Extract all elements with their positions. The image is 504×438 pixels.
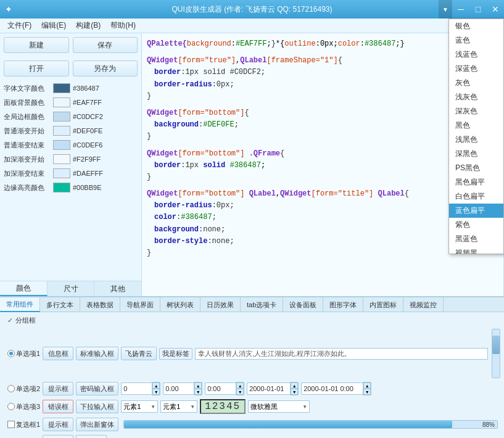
spin-buttons-4[interactable]: ▲ ▼: [290, 382, 299, 395]
color-value-2[interactable]: #C0DCF2: [73, 113, 103, 120]
font-combo[interactable]: 微软雅黑 ▼: [248, 400, 310, 413]
date-btn[interactable]: 日期框: [43, 435, 73, 438]
component-tab-8[interactable]: 图形字体: [323, 297, 363, 312]
popup-btn[interactable]: 弹出新窗体: [76, 418, 118, 431]
spin-input-4[interactable]: ▲ ▼: [247, 382, 299, 395]
color-swatch-7[interactable]: [53, 183, 70, 192]
datetime-field[interactable]: [301, 382, 363, 395]
spin-down-4[interactable]: ▼: [291, 389, 298, 395]
menu-help[interactable]: 帮助(H): [105, 19, 141, 32]
spin-field-1[interactable]: [121, 382, 152, 395]
error-btn[interactable]: 错误框: [43, 400, 73, 413]
hint-btn[interactable]: 提示框: [43, 382, 73, 395]
component-tab-4[interactable]: 树状列表: [160, 297, 200, 312]
menu-file[interactable]: 文件(F): [2, 19, 36, 32]
component-tab-1[interactable]: 多行文本: [40, 297, 80, 312]
scrollbar-v[interactable]: [492, 329, 500, 378]
spin-buttons-2[interactable]: ▲ ▼: [194, 382, 202, 395]
color-swatch-1[interactable]: [53, 97, 70, 107]
std-input-btn[interactable]: 标准输入框: [76, 347, 118, 360]
new-button[interactable]: 新建: [4, 37, 69, 53]
component-tab-5[interactable]: 日历效果: [200, 297, 241, 312]
dropdown-input-btn[interactable]: 下拉输入框: [76, 400, 118, 413]
hint2-btn[interactable]: 提示框: [43, 418, 73, 431]
spin-up-5[interactable]: ▲: [363, 382, 371, 389]
menu-build[interactable]: 构建(B): [71, 19, 105, 32]
color-swatch-0[interactable]: [53, 83, 70, 93]
color-value-6[interactable]: #DAEFFF: [73, 170, 103, 177]
component-tab-2[interactable]: 表格数据: [80, 297, 120, 312]
color-swatch-5[interactable]: [53, 154, 70, 164]
spin-input-1[interactable]: ▲ ▼: [121, 382, 160, 395]
spin-buttons-3[interactable]: ▲ ▼: [236, 382, 244, 395]
tab-color[interactable]: 颜色: [0, 281, 48, 296]
dropdown-item-15[interactable]: 黑蓝色: [449, 232, 503, 246]
spin-input-2[interactable]: ▲ ▼: [163, 382, 202, 395]
dropdown-item-13[interactable]: 蓝色扁平: [449, 204, 503, 218]
dropdown-item-2[interactable]: 浅蓝色: [449, 48, 503, 62]
color-value-1[interactable]: #EAF7FF: [73, 99, 102, 106]
info-btn[interactable]: 信息框: [43, 347, 73, 360]
dropdown-item-8[interactable]: 浅黑色: [449, 133, 503, 147]
spin-up-1[interactable]: ▲: [152, 382, 160, 389]
color-value-7[interactable]: #00BB9E: [73, 184, 101, 191]
checkbox-1[interactable]: 复选框1: [7, 420, 40, 429]
tab-other[interactable]: 其他: [94, 281, 141, 296]
component-tab-3[interactable]: 导航界面: [120, 297, 160, 312]
radio-3[interactable]: 单选项3: [7, 402, 40, 411]
spin-buttons-5[interactable]: ▲ ▼: [363, 382, 371, 395]
pwd-btn[interactable]: 密码输入框: [76, 382, 118, 395]
spin-up-4[interactable]: ▲: [291, 382, 298, 389]
save-as-button[interactable]: 另存为: [73, 60, 138, 76]
spin-input-5[interactable]: ▲ ▼: [301, 382, 371, 395]
dropdown-item-10[interactable]: PS黑色: [449, 161, 503, 175]
dropdown-item-3[interactable]: 深蓝色: [449, 62, 503, 76]
combo-2[interactable]: 元素1 ▼: [160, 400, 197, 413]
close-button[interactable]: ✕: [487, 0, 504, 19]
dropdown-item-4[interactable]: 灰色: [449, 76, 503, 90]
spin-down-1[interactable]: ▼: [152, 389, 160, 395]
dropdown-item-16[interactable]: 视频黑: [449, 246, 503, 254]
dropdown-item-5[interactable]: 浅灰色: [449, 90, 503, 104]
dropdown-item-1[interactable]: 蓝色: [449, 33, 503, 48]
spin-down-2[interactable]: ▼: [194, 389, 202, 395]
spin-field-3[interactable]: [205, 382, 236, 395]
radio-1[interactable]: 单选项1: [7, 349, 40, 358]
author-btn[interactable]: 飞扬青云: [121, 347, 157, 360]
spin-buttons-1[interactable]: ▲ ▼: [152, 382, 160, 395]
spin-input-3[interactable]: ▲ ▼: [205, 382, 244, 395]
color-swatch-3[interactable]: [53, 126, 70, 136]
dropdown-list[interactable]: 银色蓝色浅蓝色深蓝色灰色浅灰色深灰色黑色浅黑色深黑色PS黑色黑色扁平白色扁平蓝色…: [449, 19, 503, 254]
dropdown-item-12[interactable]: 白色扁平: [449, 189, 503, 204]
theme-dropdown-button[interactable]: ▼: [439, 0, 452, 19]
component-tab-10[interactable]: 视频监控: [403, 297, 444, 312]
component-tab-7[interactable]: 设备面板: [283, 297, 323, 312]
color-swatch-2[interactable]: [53, 112, 70, 122]
dropdown-item-11[interactable]: 黑色扁平: [449, 175, 503, 189]
dropdown-item-6[interactable]: 深灰色: [449, 104, 503, 118]
dropdown-item-14[interactable]: 紫色: [449, 218, 503, 232]
color-value-5[interactable]: #F2F9FF: [73, 155, 101, 163]
minimize-button[interactable]: ─: [452, 0, 469, 19]
color-swatch-4[interactable]: [53, 140, 70, 150]
color-value-3[interactable]: #DEF0FE: [73, 127, 102, 134]
combo-1[interactable]: 元素1 ▼: [121, 400, 158, 413]
radio-2[interactable]: 单选项2: [7, 384, 40, 394]
color-swatch-6[interactable]: [53, 168, 70, 178]
date-field[interactable]: [247, 382, 290, 395]
dropdown-item-9[interactable]: 深黑色: [449, 147, 503, 161]
component-tab-9[interactable]: 内置图标: [363, 297, 403, 312]
spin-down-3[interactable]: ▼: [236, 389, 244, 395]
spin-up-3[interactable]: ▲: [236, 382, 244, 389]
about-qt-btn[interactable]: 关于Qt: [76, 435, 107, 438]
spin-up-2[interactable]: ▲: [194, 382, 202, 389]
component-tab-0[interactable]: 常用组件: [0, 297, 40, 312]
spin-field-2[interactable]: [163, 382, 194, 395]
spin-down-5[interactable]: ▼: [363, 389, 371, 395]
maximize-button[interactable]: □: [469, 0, 487, 19]
color-value-4[interactable]: #C0DEF6: [73, 141, 102, 149]
menu-edit[interactable]: 编辑(E): [36, 19, 71, 32]
dropdown-item-0[interactable]: 银色: [449, 19, 503, 33]
save-button[interactable]: 保存: [73, 37, 138, 53]
dropdown-item-7[interactable]: 黑色: [449, 118, 503, 133]
